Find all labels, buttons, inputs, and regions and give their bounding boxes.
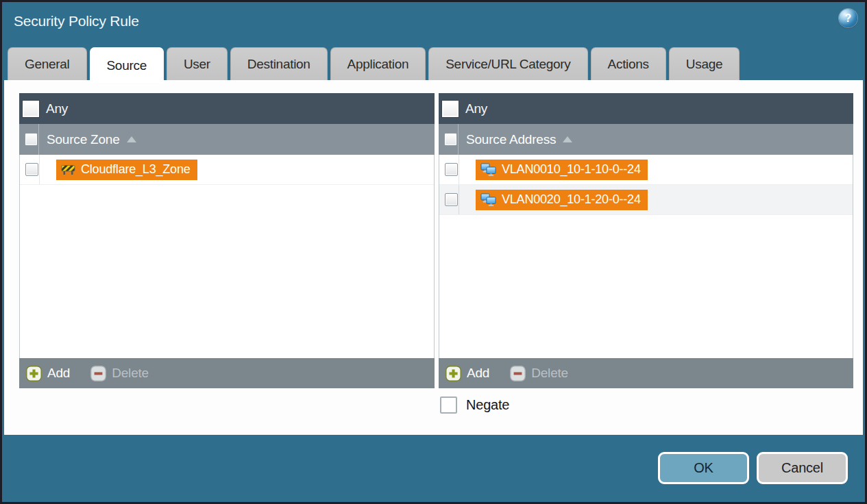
delete-icon <box>510 366 526 381</box>
tab-usage[interactable]: Usage <box>669 47 740 80</box>
row-checkbox[interactable] <box>445 193 458 206</box>
dialog-footer: OK Cancel <box>2 433 865 502</box>
sort-ascending-icon <box>563 136 572 142</box>
tab-source[interactable]: Source <box>90 47 164 83</box>
source-address-toolbar: Add Delete <box>439 358 853 388</box>
security-policy-rule-dialog: Security Policy Rule ? General Source Us… <box>0 0 867 504</box>
add-icon[interactable] <box>445 366 461 381</box>
tab-application[interactable]: Application <box>330 47 426 80</box>
source-address-chip[interactable]: VLAN0010_10-1-10-0--24 <box>476 160 648 180</box>
dialog-titlebar: Security Policy Rule ? <box>2 2 865 45</box>
tab-actions[interactable]: Actions <box>591 47 666 80</box>
negate-option: Negate <box>440 396 509 414</box>
tab-general[interactable]: General <box>8 47 87 80</box>
table-row[interactable]: Cloudflare_L3_Zone <box>20 155 434 185</box>
sort-ascending-icon <box>127 136 136 142</box>
delete-button: Delete <box>112 366 149 381</box>
source-zone-name: Cloudflare_L3_Zone <box>81 162 191 177</box>
table-row[interactable]: VLAN0020_10-1-20-0--24 <box>439 185 853 215</box>
source-zone-any-label: Any <box>46 101 68 116</box>
row-checkbox[interactable] <box>445 163 458 176</box>
negate-label: Negate <box>466 397 509 413</box>
source-address-any-label: Any <box>465 101 487 116</box>
source-address-select-all-checkbox[interactable] <box>444 133 457 146</box>
source-zone-any-checkbox[interactable] <box>23 101 39 117</box>
ok-button[interactable]: OK <box>658 452 749 484</box>
help-icon[interactable]: ? <box>839 9 857 27</box>
add-button[interactable]: Add <box>467 366 489 381</box>
source-tab-content: Any Source Zone <box>4 80 863 435</box>
add-icon[interactable] <box>26 366 42 381</box>
source-zone-column-header[interactable]: Source Zone <box>19 124 435 155</box>
source-zone-list: Cloudflare_L3_Zone <box>19 155 435 358</box>
dialog-title: Security Policy Rule <box>14 13 139 29</box>
add-button[interactable]: Add <box>47 366 70 381</box>
source-address-panel: Any Source Address <box>439 93 853 388</box>
address-icon <box>480 193 496 206</box>
source-address-name: VLAN0020_10-1-20-0--24 <box>502 192 641 207</box>
tab-destination[interactable]: Destination <box>230 47 328 80</box>
table-row[interactable]: VLAN0010_10-1-10-0--24 <box>439 155 853 185</box>
tab-bar: General Source User Destination Applicat… <box>8 47 740 80</box>
tab-user[interactable]: User <box>167 47 228 80</box>
source-zone-select-all-checkbox[interactable] <box>25 133 38 146</box>
source-address-name: VLAN0010_10-1-10-0--24 <box>502 162 641 177</box>
delete-icon <box>90 366 106 381</box>
source-zone-toolbar: Add Delete <box>19 358 435 388</box>
source-address-any-header: Any <box>439 93 853 124</box>
source-zone-panel: Any Source Zone <box>19 93 435 388</box>
source-address-any-checkbox[interactable] <box>442 101 459 117</box>
source-address-chip[interactable]: VLAN0020_10-1-20-0--24 <box>476 190 648 210</box>
source-zone-chip[interactable]: Cloudflare_L3_Zone <box>56 160 197 180</box>
source-address-column-label: Source Address <box>466 132 556 147</box>
zone-icon <box>61 164 75 175</box>
cancel-button[interactable]: Cancel <box>757 452 848 484</box>
delete-button: Delete <box>531 366 568 381</box>
row-checkbox[interactable] <box>25 163 38 176</box>
source-zone-any-header: Any <box>19 93 435 124</box>
source-address-list: VLAN0010_10-1-10-0--24 <box>439 155 853 358</box>
negate-checkbox[interactable] <box>440 396 457 414</box>
source-address-column-header[interactable]: Source Address <box>439 124 853 155</box>
source-zone-column-label: Source Zone <box>47 132 120 147</box>
address-icon <box>480 163 496 176</box>
tab-service-url-category[interactable]: Service/URL Category <box>428 47 587 80</box>
